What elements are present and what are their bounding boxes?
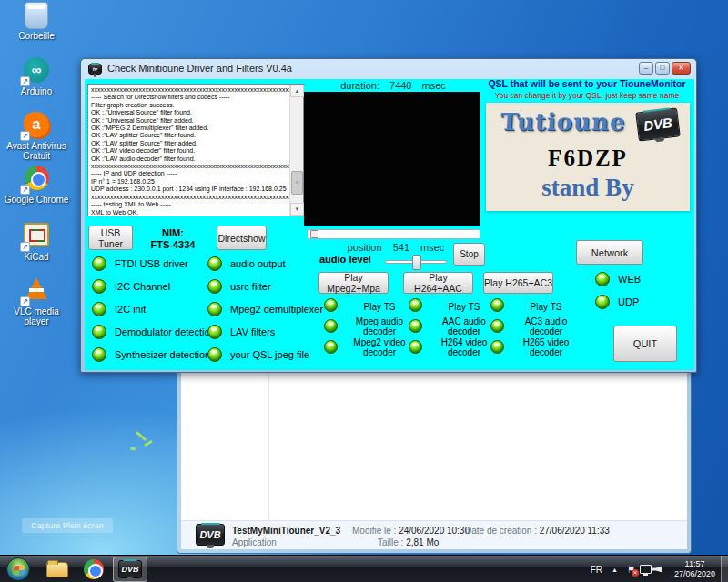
desktop-icon-label: Google Chrome [2, 195, 71, 205]
scrollbar-thumb[interactable]: ≡ [291, 171, 303, 195]
language-indicator[interactable]: FR [591, 565, 602, 575]
led-green-icon [92, 347, 106, 362]
network-button[interactable]: Network [576, 240, 643, 265]
led-green-icon [324, 319, 338, 333]
directshow-button[interactable]: Directshow [217, 226, 267, 250]
qsl-brand-text: Tutioune [500, 108, 626, 135]
position-slider-thumb[interactable] [310, 230, 318, 238]
duration-label: duration: [340, 80, 379, 91]
chrome-icon [84, 559, 104, 579]
led-row-synthesizer: Synthesizer detection [92, 346, 210, 362]
play-h265-button[interactable]: Play H265+AC3 [483, 272, 553, 294]
nim-label: NIM: [137, 227, 208, 239]
stop-button[interactable]: Stop [453, 243, 485, 266]
led-label: Mpeg2 demultiplexer [230, 304, 323, 315]
explorer-file-area[interactable] [181, 370, 687, 520]
led-row-demodulator: Demodulator detection [92, 324, 216, 339]
play-mpeg2-button[interactable]: Play Mpeg2+Mpa [318, 272, 389, 294]
capture-fullscreen-button[interactable]: Capture Plein écran [22, 518, 113, 533]
size-label: Taille : [378, 537, 403, 547]
desktop-icon-chrome[interactable]: ↗ Google Chrome [2, 165, 71, 205]
led-green-icon [409, 319, 422, 333]
led-row-i2c-init: I2C init [92, 301, 146, 316]
taskbar-clock[interactable]: 11:57 27/06/2020 [674, 559, 715, 579]
led-green-icon [92, 279, 106, 294]
maximize-button[interactable]: □ [655, 62, 670, 75]
close-button[interactable]: ✕ [672, 62, 691, 75]
shortcut-arrow-icon: ↗ [20, 296, 30, 306]
recycle-bin-icon [25, 2, 48, 29]
desktop-icon-label: VLC media player [2, 306, 71, 326]
clock-date: 27/06/2020 [674, 569, 715, 579]
window-title: Check Minitioune Driver and Filters V0.4… [107, 63, 292, 74]
desktop-icon-vlc[interactable]: ↗ VLC media player [2, 276, 71, 326]
led-green-icon [490, 319, 504, 333]
taskbar-chrome-button[interactable] [76, 557, 111, 582]
file-type: Application [232, 537, 277, 547]
led-label: Demodulator detection [115, 326, 216, 337]
scroll-down-icon[interactable]: ▼ [290, 203, 304, 216]
led-green-icon [490, 298, 504, 312]
show-desktop-button[interactable] [721, 556, 728, 582]
qsl-callsign: F6DZP [486, 146, 690, 171]
start-button[interactable] [6, 557, 30, 581]
position-slider[interactable] [308, 229, 480, 239]
led-row-ftdi: FTDI USB driver [92, 256, 188, 271]
explorer-window: DVB TestMyMiniTiouner_V2_3 Modifié le : … [177, 366, 692, 554]
file-created: Date de création : 27/06/2020 11:33 [465, 526, 610, 536]
desktop-icon-kicad[interactable]: ↗ KiCad [2, 221, 71, 262]
explorer-pane-divider[interactable] [268, 370, 269, 520]
led-green-icon [207, 256, 222, 271]
position-label: position [348, 242, 382, 253]
play-h264-button[interactable]: Play H264+AAC [403, 272, 473, 294]
led-label: usrc filter [230, 281, 271, 292]
scroll-up-icon[interactable]: ▲ [290, 85, 304, 97]
nim-value: FTS-4334 [137, 239, 208, 251]
audio-level-thumb[interactable] [412, 255, 421, 270]
led-label: H265 video decoder [507, 337, 585, 357]
nim-readout: NIM: FTS-4334 [137, 227, 208, 251]
wallpaper-sparkle [130, 447, 136, 451]
led-row-i2c-channel: I2C Channel [92, 278, 170, 294]
title-bar[interactable]: tv Check Minitioune Driver and Filters V… [81, 59, 696, 79]
desktop-icon-avast[interactable]: a ↗ Avast Antivirus Gratuit [2, 111, 71, 161]
app-client-area: xxxxxxxxxxxxxxxxxxxxxxxxxxxxxxxxxxxxxxxx… [85, 79, 694, 370]
shortcut-arrow-icon: ↗ [20, 242, 30, 252]
minimize-button[interactable]: – [639, 62, 653, 75]
modified-label: Modifié le : [352, 526, 396, 536]
taskbar-explorer-button[interactable] [40, 557, 75, 582]
taskbar-dvb-app-button[interactable]: DVB [113, 557, 147, 582]
file-modified: Modifié le : 24/06/2020 10:30 [352, 526, 470, 536]
led-label: WEB [618, 274, 641, 285]
led-row-audio-output: audio output [207, 256, 286, 271]
app-window-icon: tv [88, 64, 102, 75]
audio-level-label: audio level [319, 254, 371, 265]
windows-flag-icon [14, 565, 25, 575]
audio-level-slider[interactable] [385, 260, 447, 264]
led-label: FTDI USB driver [115, 258, 188, 269]
led-green-icon [207, 279, 222, 294]
volume-icon[interactable] [652, 567, 662, 573]
size-value: 2,81 Mo [406, 537, 439, 547]
action-center-flag-icon[interactable]: ⚑ [627, 565, 635, 575]
tray-expand-icon[interactable]: ▲ [612, 567, 618, 573]
taskbar: DVB FR ▲ ⚑ 11:57 27/06/2020 [0, 555, 728, 582]
shortcut-arrow-icon: ↗ [20, 76, 30, 86]
desktop-icon-arduino[interactable]: ∞ ↗ Arduino [2, 56, 71, 96]
shortcut-arrow-icon: ↗ [20, 185, 30, 195]
led-label: Mpeg audio decoder [340, 316, 419, 336]
log-output[interactable]: xxxxxxxxxxxxxxxxxxxxxxxxxxxxxxxxxxxxxxxx… [87, 84, 304, 216]
led-green-icon [207, 325, 222, 339]
network-tray-icon[interactable] [640, 565, 652, 574]
explorer-details-pane: DVB TestMyMiniTiouner_V2_3 Modifié le : … [181, 520, 687, 549]
led-row-usrc-filter: usrc filter [207, 278, 271, 294]
quit-button[interactable]: QUIT [613, 326, 677, 362]
usb-tuner-button[interactable]: USB Tuner [88, 226, 133, 250]
position-value: 541 [393, 242, 410, 253]
desktop-icon-recycle-bin[interactable]: Corbeille [2, 2, 71, 41]
created-value: 27/06/2020 11:33 [540, 526, 610, 536]
led-green-icon [92, 325, 106, 339]
duration-unit: msec [422, 80, 446, 91]
led-green-icon [92, 256, 106, 271]
log-scrollbar[interactable]: ▲ ≡ ▼ [289, 85, 303, 216]
